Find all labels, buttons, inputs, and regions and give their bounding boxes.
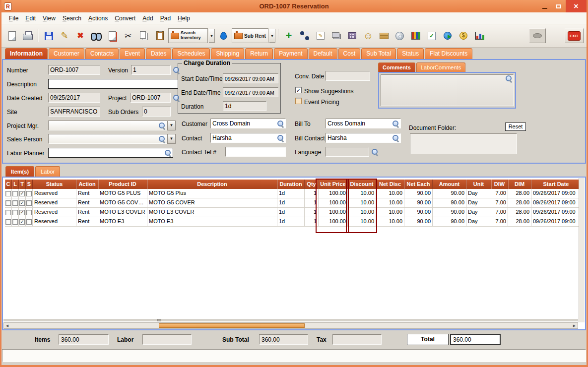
row-checkbox-c[interactable] xyxy=(5,210,11,215)
project-mgr-search-icon[interactable] xyxy=(158,122,166,129)
date-created-field[interactable]: 09/25/2017 xyxy=(48,93,100,103)
tab-cost[interactable]: Cost xyxy=(338,48,361,59)
scroll-right-icon[interactable]: ▶ xyxy=(572,323,577,328)
bill-contact-search-icon[interactable] xyxy=(392,134,399,142)
company-button[interactable] xyxy=(345,28,360,43)
row-checkbox-c[interactable] xyxy=(5,219,11,225)
column-header-duration[interactable]: Duration xyxy=(277,180,305,189)
tax-field[interactable] xyxy=(332,334,382,345)
duration-field[interactable]: 1d xyxy=(223,101,266,111)
labor-planner-field[interactable] xyxy=(48,148,173,158)
menu-actions[interactable]: Actions xyxy=(85,13,111,23)
row-checkbox-l[interactable] xyxy=(12,191,18,196)
sales-person-search-icon[interactable] xyxy=(158,135,166,143)
number-field[interactable]: ORD-1007 xyxy=(48,65,100,75)
column-header-dim[interactable]: DIM xyxy=(508,180,531,189)
row-checkbox-l[interactable] xyxy=(12,219,18,225)
tab-information[interactable]: Information xyxy=(5,48,48,59)
tab-labor[interactable]: Labor xyxy=(35,166,60,177)
project-mgr-field[interactable] xyxy=(48,121,167,130)
labor-total-field[interactable] xyxy=(142,334,192,345)
tab-status[interactable]: Status xyxy=(397,48,424,59)
titlebar[interactable]: R ORD-1007 Reservation × xyxy=(1,0,587,12)
column-header-diw[interactable]: DIW xyxy=(491,180,508,189)
tab-contacts[interactable]: Contacts xyxy=(85,48,119,59)
column-header-status[interactable]: Status xyxy=(33,180,76,189)
pricing-button[interactable]: $ xyxy=(456,28,471,43)
tab-dates[interactable]: Dates xyxy=(146,48,171,59)
row-checkbox-s[interactable] xyxy=(26,219,32,225)
contact-field[interactable]: Harsha xyxy=(210,133,286,143)
menu-edit[interactable]: Edit xyxy=(22,13,39,23)
bill-contact-field[interactable]: Harsha xyxy=(326,133,401,143)
edit-button[interactable]: ✎ xyxy=(57,28,72,43)
minimize-button[interactable] xyxy=(538,0,552,12)
find-button[interactable] xyxy=(89,28,104,43)
save-button[interactable] xyxy=(41,28,56,43)
sub-rent-dropdown[interactable]: ▼ xyxy=(269,29,275,43)
reset-button[interactable]: Reset xyxy=(505,122,526,131)
cut-button[interactable]: ✂ xyxy=(121,28,135,43)
table-row[interactable]: ✓ReservedRentMOTO E3MOTO E31d1100.0010.0… xyxy=(5,217,581,227)
contact-search-icon[interactable] xyxy=(277,134,284,142)
tab-shipping[interactable]: Shipping xyxy=(211,48,244,59)
sales-person-dropdown-button[interactable]: ▼ xyxy=(167,134,176,144)
tab-item-s-[interactable]: Item(s) xyxy=(5,166,34,177)
bill-to-search-icon[interactable] xyxy=(392,120,399,127)
items-total-field[interactable]: 360.00 xyxy=(59,334,109,345)
horizontal-scrollbar[interactable]: ◀ ▶ xyxy=(3,322,578,329)
column-header-t[interactable]: T xyxy=(19,180,26,189)
reports-button[interactable] xyxy=(472,28,487,43)
print-button[interactable] xyxy=(20,28,35,43)
close-button[interactable]: × xyxy=(566,0,587,12)
sales-person-field[interactable] xyxy=(48,134,167,144)
table-row[interactable]: ✓ReservedRentMOTO G5 PLUSMOTO G5 Plus1d1… xyxy=(5,189,581,198)
customer-search-icon[interactable] xyxy=(277,120,284,127)
document-folder-box[interactable] xyxy=(410,133,517,154)
feedback-button[interactable]: ☺ xyxy=(361,28,376,43)
scroll-left-icon[interactable]: ◀ xyxy=(4,323,10,328)
contact-tel-field[interactable] xyxy=(225,147,286,157)
row-checkbox-l[interactable] xyxy=(12,210,18,215)
row-checkbox-t[interactable]: ✓ xyxy=(19,191,25,196)
column-header-amount[interactable]: Amount xyxy=(433,180,466,189)
tab-comments[interactable]: Comments xyxy=(378,62,415,72)
column-header-net-each[interactable]: Net Each xyxy=(404,180,433,189)
table-row[interactable]: ✓ReservedRentMOTO G5 COVERMOTO G5 COVER1… xyxy=(5,198,581,208)
language-field[interactable] xyxy=(326,147,369,157)
web-export-button[interactable] xyxy=(440,28,455,43)
row-checkbox-c[interactable] xyxy=(5,200,11,206)
vertical-scrollbar[interactable] xyxy=(579,178,585,322)
conv-date-field[interactable] xyxy=(326,71,370,81)
row-checkbox-s[interactable] xyxy=(26,200,32,206)
copy-button[interactable] xyxy=(136,28,151,43)
tab-payment[interactable]: Payment xyxy=(274,48,307,59)
table-splitter[interactable] xyxy=(3,319,578,321)
new-document-button[interactable] xyxy=(4,28,19,43)
column-header-product-id[interactable]: Product ID xyxy=(98,180,147,189)
column-header-net-disc[interactable]: Net Disc xyxy=(376,180,404,189)
row-checkbox-l[interactable] xyxy=(12,200,18,206)
row-checkbox-t[interactable]: ✓ xyxy=(19,200,25,206)
project-field[interactable]: ORD-1007 xyxy=(130,93,171,103)
catalog-button[interactable] xyxy=(408,28,423,43)
column-header-description[interactable]: Description xyxy=(147,180,277,189)
column-header-unit[interactable]: Unit xyxy=(466,180,491,189)
menu-help[interactable]: Help xyxy=(174,13,194,23)
labor-planner-search-icon[interactable] xyxy=(164,149,172,157)
version-field[interactable]: 1 xyxy=(131,65,171,75)
column-header-c[interactable]: C xyxy=(5,180,12,189)
tab-event[interactable]: Event xyxy=(120,48,145,59)
end-datetime-field[interactable]: 09/27/2017 09:00 AM xyxy=(223,87,278,97)
notepad-button[interactable]: ✓ xyxy=(424,28,439,43)
description-field[interactable] xyxy=(48,79,178,89)
sub-orders-field[interactable]: 0 xyxy=(142,107,171,117)
maximize-button[interactable] xyxy=(552,0,566,12)
sub-rent-button[interactable]: Sub Rent xyxy=(232,28,268,43)
add-item-button[interactable]: + xyxy=(281,28,296,43)
customer-field[interactable]: Cross Domain xyxy=(210,119,286,128)
row-checkbox-s[interactable] xyxy=(26,210,32,215)
menu-search[interactable]: Search xyxy=(59,13,85,23)
tab-default[interactable]: Default xyxy=(309,48,337,59)
start-datetime-field[interactable]: 09/26/2017 09:00 AM xyxy=(223,73,278,83)
